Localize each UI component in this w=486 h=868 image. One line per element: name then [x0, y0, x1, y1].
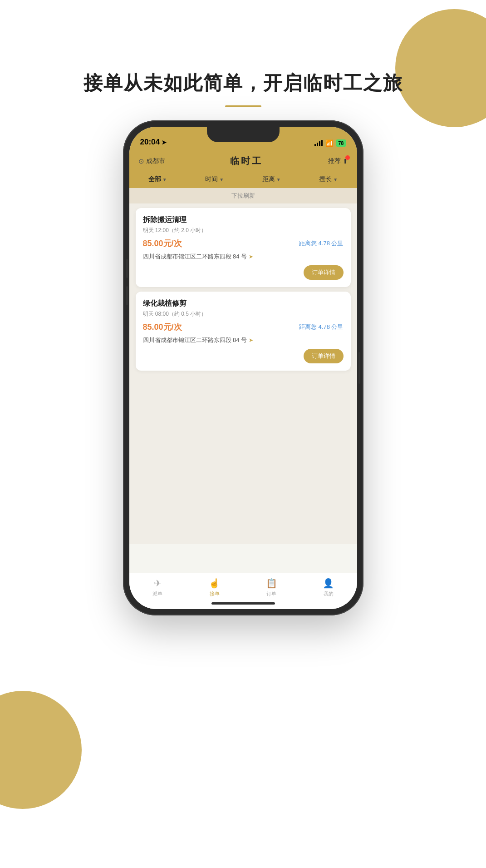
nav-item-accept[interactable]: ☝ 接单 [186, 578, 243, 597]
wifi-icon: 📶 [325, 139, 333, 147]
app-title: 临时工 [230, 155, 263, 167]
filter-all-arrow: ▼ [162, 177, 167, 182]
phone-frame: 20:04 ➤ 📶 78 ⊙ 成都 [123, 120, 363, 615]
filter-skill-arrow: ▼ [333, 177, 338, 182]
battery-badge: 78 [336, 139, 346, 147]
home-indicator [211, 602, 275, 605]
phone-inner: 20:04 ➤ 📶 78 ⊙ 成都 [129, 127, 357, 609]
filter-time[interactable]: 时间 ▼ [186, 175, 243, 184]
order-nav-icon-1: ➤ [249, 253, 253, 260]
order-time-2: 明天 08:00（约 0.5 小时） [143, 310, 344, 318]
order-card-2: 绿化栽植修剪 明天 08:00（约 0.5 小时） 85.00元/次 距离您 4… [136, 292, 351, 371]
content-area: 拆除搬运清理 明天 12:00（约 2.0 小时） 85.00元/次 距离您 4… [129, 203, 357, 544]
order-card-1: 拆除搬运清理 明天 12:00（约 2.0 小时） 85.00元/次 距离您 4… [136, 208, 351, 287]
orders-label: 订单 [266, 590, 276, 597]
location-city: 成都市 [146, 157, 165, 165]
order-price-1: 85.00元/次 [143, 238, 182, 249]
order-address-row-2: 四川省成都市锦江区二环路东四段 84 号 ➤ [143, 336, 344, 344]
order-address-row-1: 四川省成都市锦江区二环路东四段 84 号 ➤ [143, 253, 344, 261]
order-address-1: 四川省成都市锦江区二环路东四段 84 号 ➤ [143, 253, 254, 261]
location-info: ⊙ 成都市 [138, 157, 165, 165]
order-detail-button-2[interactable]: 订单详情 [304, 349, 344, 363]
nav-item-profile[interactable]: 👤 我的 [300, 578, 357, 597]
filter-distance[interactable]: 距离 ▼ [243, 175, 300, 184]
filter-bar: 全部 ▼ 时间 ▼ 距离 ▼ 擅长 ▼ [129, 174, 357, 188]
signal-bar-4 [321, 140, 323, 146]
order-time-1: 明天 12:00（约 2.0 小时） [143, 227, 344, 234]
phone-notch [207, 127, 280, 142]
location-arrow-icon: ➤ [162, 139, 167, 146]
order-nav-icon-2: ➤ [249, 337, 253, 343]
signal-bar-2 [317, 143, 318, 146]
pull-to-refresh: 下拉刷新 [129, 188, 357, 203]
filter-all-label: 全部 [148, 175, 161, 184]
order-price-row-2: 85.00元/次 距离您 4.78 公里 [143, 322, 344, 332]
headline-divider [225, 105, 261, 107]
dispatch-icon: ✈ [154, 578, 162, 589]
nav-item-dispatch[interactable]: ✈ 派单 [129, 578, 187, 597]
deco-circle-bottom-left [0, 691, 82, 809]
notification-dot [345, 155, 350, 160]
headline-text: 接单从未如此简单，开启临时工之旅 [0, 70, 486, 96]
status-icons: 📶 78 [314, 139, 346, 147]
order-price-2: 85.00元/次 [143, 322, 182, 332]
order-address-2: 四川省成都市锦江区二环路东四段 84 号 ➤ [143, 336, 254, 344]
order-title-2: 绿化栽植修剪 [143, 299, 344, 308]
orders-icon: 📋 [266, 578, 277, 589]
filter-time-label: 时间 [205, 175, 218, 184]
time-display: 20:04 [140, 138, 160, 147]
recommend-button[interactable]: 推荐 ⬆ [328, 157, 348, 165]
filter-time-arrow: ▼ [219, 177, 224, 182]
order-title-1: 拆除搬运清理 [143, 215, 344, 225]
filter-skill[interactable]: 擅长 ▼ [300, 175, 357, 184]
pull-refresh-label: 下拉刷新 [231, 192, 255, 199]
accept-icon: ☝ [209, 578, 220, 589]
signal-bar-3 [319, 141, 320, 146]
profile-label: 我的 [324, 590, 334, 597]
filter-distance-label: 距离 [262, 175, 275, 184]
profile-icon: 👤 [323, 578, 334, 589]
order-detail-button-1[interactable]: 订单详情 [304, 265, 344, 280]
app-header: ⊙ 成都市 临时工 推荐 ⬆ [129, 150, 357, 174]
order-distance-1: 距离您 4.78 公里 [299, 239, 344, 248]
dispatch-label: 派单 [152, 590, 162, 597]
order-distance-2: 距离您 4.78 公里 [299, 323, 344, 331]
order-price-row-1: 85.00元/次 距离您 4.78 公里 [143, 238, 344, 249]
filter-all[interactable]: 全部 ▼ [129, 175, 187, 184]
location-pin-icon: ⊙ [138, 157, 144, 165]
accept-label: 接单 [210, 590, 220, 597]
filter-distance-arrow: ▼ [276, 177, 281, 182]
signal-bar-1 [314, 144, 316, 146]
deco-circle-top-right [395, 9, 486, 127]
signal-icon [314, 140, 323, 146]
filter-skill-label: 擅长 [319, 175, 332, 184]
nav-item-orders[interactable]: 📋 订单 [243, 578, 300, 597]
recommend-label: 推荐 [328, 157, 341, 165]
phone-mockup: 20:04 ➤ 📶 78 ⊙ 成都 [123, 120, 363, 615]
status-time: 20:04 ➤ [140, 138, 167, 147]
